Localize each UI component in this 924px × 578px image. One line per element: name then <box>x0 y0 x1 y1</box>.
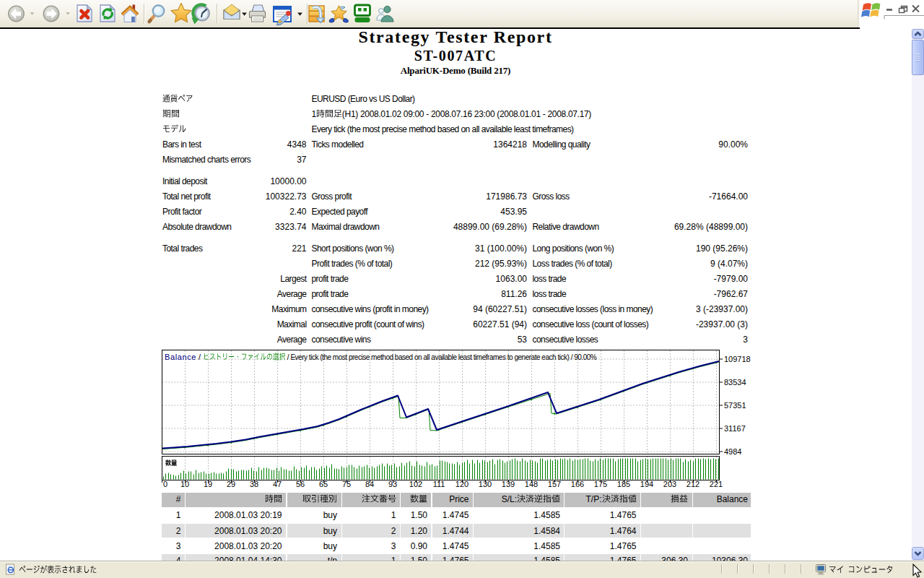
svg-text:111: 111 <box>433 480 445 488</box>
svg-text:75: 75 <box>342 480 351 488</box>
svg-text:29: 29 <box>227 480 235 488</box>
svg-text:175: 175 <box>594 480 607 488</box>
svg-text:139: 139 <box>502 480 515 488</box>
svg-text:4984: 4984 <box>724 447 741 456</box>
svg-text:38: 38 <box>250 480 258 488</box>
svg-text:0: 0 <box>163 480 167 488</box>
svg-text:19: 19 <box>204 480 212 488</box>
svg-text:130: 130 <box>479 480 492 488</box>
svg-text:109718: 109718 <box>724 355 751 363</box>
svg-text:83534: 83534 <box>724 378 746 387</box>
svg-text:194: 194 <box>640 480 653 488</box>
svg-text:212: 212 <box>687 480 699 488</box>
svg-text:102: 102 <box>409 480 422 488</box>
svg-text:120: 120 <box>456 480 468 488</box>
svg-text:157: 157 <box>548 480 561 488</box>
svg-text:84: 84 <box>365 480 374 488</box>
svg-text:221: 221 <box>710 480 723 488</box>
svg-text:93: 93 <box>388 480 397 488</box>
svg-text:31167: 31167 <box>724 424 746 433</box>
svg-text:185: 185 <box>617 480 630 488</box>
svg-text:10: 10 <box>180 480 189 488</box>
svg-text:57351: 57351 <box>724 401 746 410</box>
svg-text:65: 65 <box>319 480 328 488</box>
svg-text:148: 148 <box>525 480 538 488</box>
svg-text:203: 203 <box>663 480 676 488</box>
svg-text:56: 56 <box>296 480 305 488</box>
svg-text:47: 47 <box>273 480 282 488</box>
svg-text:166: 166 <box>571 480 584 488</box>
